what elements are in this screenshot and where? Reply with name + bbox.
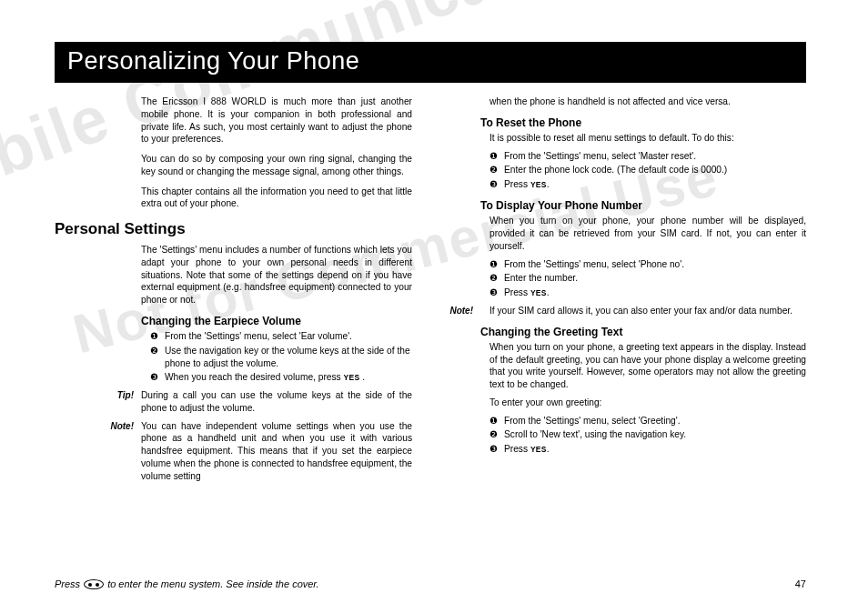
note-label: Note! [55, 420, 141, 433]
section-heading: Personal Settings [55, 219, 412, 240]
reset-desc: It is possible to reset all menu setting… [490, 132, 806, 145]
step-text: Enter the phone lock code. (The default … [504, 165, 727, 175]
footer-text-left: Press [55, 578, 80, 589]
steps-earpiece: ❶From the 'Settings' menu, select 'Ear v… [150, 330, 412, 384]
intro-para: This chapter contains all the informatio… [141, 186, 412, 211]
note-text: If your SIM card allows it, you can also… [490, 305, 806, 317]
note-text: You can have independent volume settings… [141, 420, 412, 483]
menu-button-icon [84, 579, 104, 589]
step-text: From the 'Settings' menu, select 'Phone … [504, 259, 684, 269]
step-num-icon: ❸ [490, 443, 498, 456]
step-num-icon: ❶ [490, 258, 498, 271]
step-num-icon: ❷ [490, 164, 498, 176]
step-num-icon: ❸ [490, 286, 498, 299]
tip-label: Tip! [55, 389, 141, 402]
sub-heading-display-number: To Display Your Phone Number [480, 198, 806, 213]
step-text: Use the navigation key or the volume key… [165, 346, 410, 368]
steps-display: ❶From the 'Settings' menu, select 'Phone… [490, 258, 806, 299]
step-text: Enter the number. [504, 273, 578, 283]
step-text: Press YES. [504, 444, 550, 454]
intro-para: You can do so by composing your own ring… [141, 153, 412, 178]
sub-heading-greeting: Changing the Greeting Text [480, 325, 806, 339]
step-num-icon: ❶ [490, 415, 498, 427]
tip-text: During a call you can use the volume key… [141, 389, 412, 415]
step-text: From the 'Settings' menu, select 'Master… [504, 151, 696, 161]
steps-reset: ❶From the 'Settings' menu, select 'Maste… [490, 150, 806, 191]
step-num-icon: ❶ [150, 330, 158, 343]
continued-text: when the phone is handheld is not affect… [490, 95, 806, 108]
page-title: Personalizing Your Phone [55, 42, 806, 83]
greeting-desc2: To enter your own greeting: [490, 397, 806, 409]
greeting-desc: When you turn on your phone, a greeting … [490, 341, 806, 391]
step-num-icon: ❷ [490, 428, 498, 441]
footer-text-right: to enter the menu system. See inside the… [107, 578, 319, 589]
intro-para: The Ericsson I 888 WORLD is much more th… [141, 95, 412, 146]
sub-heading-earpiece: Changing the Earpiece Volume [141, 314, 412, 328]
note-label: Note! [449, 305, 480, 317]
page-number: 47 [795, 578, 806, 589]
display-desc: When you turn on your phone, your phone … [490, 215, 806, 252]
step-num-icon: ❸ [490, 178, 498, 191]
step-num-icon: ❸ [150, 371, 158, 384]
sub-heading-reset: To Reset the Phone [480, 116, 806, 130]
step-text: Press YES. [504, 179, 550, 189]
section-desc: The 'Settings' menu includes a number of… [141, 244, 412, 306]
step-num-icon: ❷ [490, 272, 498, 285]
step-text: Press YES. [504, 287, 550, 297]
step-num-icon: ❷ [150, 345, 158, 357]
step-text: When you reach the desired volume, press… [165, 372, 365, 382]
steps-greeting: ❶From the 'Settings' menu, select 'Greet… [490, 415, 806, 456]
page-footer: Press to enter the menu system. See insi… [55, 578, 806, 589]
step-num-icon: ❶ [490, 150, 498, 163]
step-text: From the 'Settings' menu, select 'Ear vo… [165, 331, 352, 341]
step-text: Scroll to 'New text', using the navigati… [504, 429, 686, 439]
step-text: From the 'Settings' menu, select 'Greeti… [504, 416, 681, 426]
